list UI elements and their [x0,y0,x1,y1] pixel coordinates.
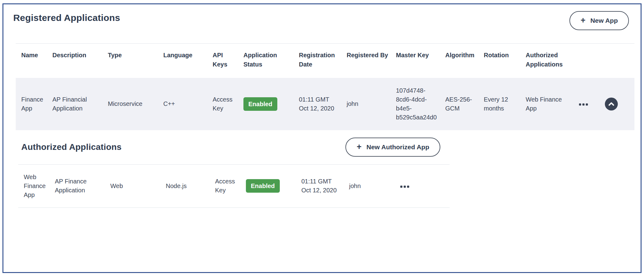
status-badge: Enabled [243,97,277,111]
column-header-registered-by: Registered By [347,44,396,78]
cell-expand [605,78,634,130]
column-header-master-key: Master Key [396,44,445,78]
new-app-button[interactable]: + New App [569,11,629,30]
column-header-authorized-applications: Authorized Applications [526,44,577,78]
cell-registered-by: john [349,164,398,207]
registered-applications-card: Registered Applications + New App Name D… [2,3,642,273]
new-authorized-app-button[interactable]: + New Authorized App [345,138,440,157]
authorized-applications-section: Authorized Applications + New Authorized… [16,130,447,208]
authorized-applications-header: Authorized Applications + New Authorized… [16,130,447,164]
cell-application-status: Enabled [243,78,299,130]
column-header-expand [605,44,634,78]
table-header-row: Name Description Type Language API Keys … [16,44,634,78]
cell-language: Node.js [166,164,215,207]
cell-name: Web Finance App [18,164,55,207]
chevron-up-icon [608,100,615,108]
collapse-row-button[interactable] [605,98,618,110]
cell-authorized-applications: Web Finance App [526,78,577,130]
cell-registration-date: 01:11 GMT Oct 12, 2020 [299,78,347,130]
ellipsis-icon [400,186,402,188]
cell-api-keys: Access Key [215,164,246,207]
column-header-language: Language [163,44,213,78]
column-header-api-keys: API Keys [213,44,243,78]
column-header-actions [577,44,605,78]
cell-actions [577,78,605,130]
new-app-button-label: New App [590,17,618,24]
ellipsis-icon [579,103,581,106]
cell-description: AP Financial Application [52,78,108,130]
cell-name: Finance App [16,78,52,130]
page-title: Registered Applications [13,13,630,23]
cell-registered-by: john [347,78,396,130]
kebab-menu-button[interactable] [577,100,590,109]
cell-description: AP Finance Application [55,164,110,207]
card-header: Registered Applications + New App [13,4,630,43]
kebab-menu-button[interactable] [398,183,411,191]
cell-application-status: Enabled [246,164,301,207]
column-header-algorithm: Algorithm [445,44,484,78]
cell-api-keys: Access Key [213,78,243,130]
table-row-web-finance-app: Web Finance App AP Finance Application W… [18,164,450,207]
cell-language: C++ [163,78,213,130]
column-header-type: Type [108,44,163,78]
column-header-application-status: Application Status [243,44,299,78]
status-badge: Enabled [246,179,280,193]
plus-icon: + [581,16,585,25]
column-header-rotation: Rotation [484,44,526,78]
column-header-description: Description [52,44,108,78]
authorized-applications-title: Authorized Applications [21,142,122,152]
cell-actions [398,164,450,207]
column-header-registration-date: Registration Date [299,44,347,78]
cell-registration-date: 01:11 GMT Oct 12, 2020 [301,164,349,207]
new-authorized-app-button-label: New Authorized App [366,143,429,151]
cell-type: Web [110,164,166,207]
authorized-applications-table: Web Finance App AP Finance Application W… [18,164,450,208]
cell-algorithm: AES-256-GCM [445,78,484,130]
cell-type: Microservice [108,78,163,130]
cell-master-key: 107d4748-8cd6-4dcd-b4e5-b529c5aa24d0 [396,78,445,130]
plus-icon: + [357,143,361,151]
cell-rotation: Every 12 months [484,78,526,130]
column-header-name: Name [16,44,52,78]
registered-applications-table: Name Description Type Language API Keys … [16,43,634,130]
table-row-finance-app: Finance App AP Financial Application Mic… [16,78,634,130]
